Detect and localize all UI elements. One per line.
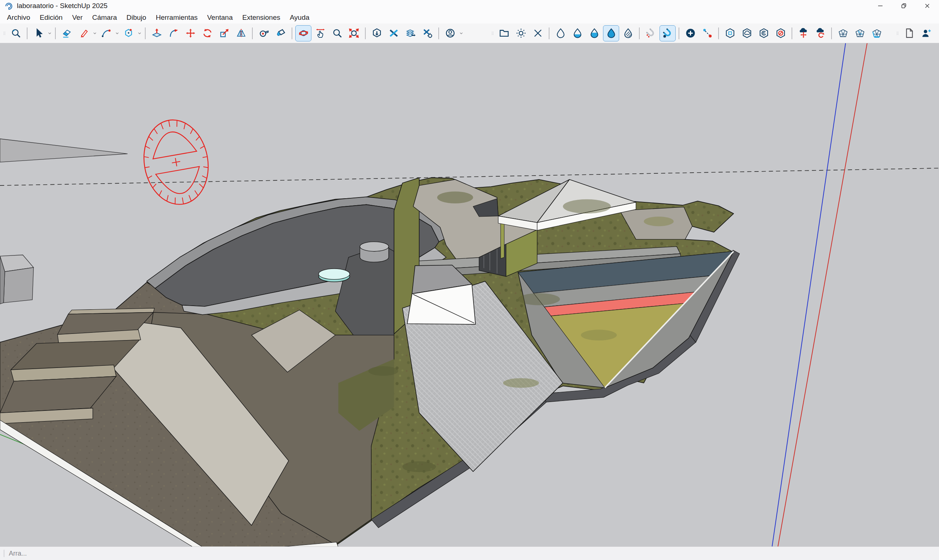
- menu-ayuda[interactable]: Ayuda: [285, 12, 315, 23]
- toolbar-button-search[interactable]: [8, 25, 24, 42]
- menu-archivo[interactable]: Archivo: [2, 12, 35, 23]
- toolbar-button-drop-full[interactable]: [603, 25, 619, 42]
- toolbar-button-component-cloud[interactable]: [739, 25, 755, 42]
- toolbar-button-zoom-extents[interactable]: [346, 25, 362, 42]
- new-document-icon: [904, 28, 915, 39]
- chevron-down-icon: [137, 31, 142, 35]
- toolbar-button-settings[interactable]: [513, 25, 529, 42]
- magnet-icon: [662, 28, 674, 39]
- toolbar-button-edge-points[interactable]: [699, 25, 715, 42]
- toolbar-button-eraser[interactable]: [59, 25, 75, 42]
- push-pull-icon: [151, 28, 162, 39]
- toolbar-dropdown-arc[interactable]: [114, 25, 120, 42]
- toolbar-button-pan[interactable]: [312, 25, 328, 42]
- toolbar-button-drop-empty[interactable]: [552, 25, 569, 42]
- toolbar-button-shapes[interactable]: [120, 25, 136, 42]
- toolbar-button-extension-warehouse[interactable]: [385, 25, 402, 42]
- window-title: laboraatorio - SketchUp 2025: [17, 2, 108, 10]
- flip-icon: [236, 28, 247, 39]
- menu-dibujo[interactable]: Dibujo: [122, 12, 151, 23]
- toolbar-button-line[interactable]: [76, 25, 92, 42]
- toolbar-button-close-tool[interactable]: [530, 25, 546, 42]
- toolbar-button-orbit[interactable]: [295, 25, 311, 42]
- toolbar-button-push-pull[interactable]: [148, 25, 165, 42]
- toolbar-button-select[interactable]: [31, 25, 46, 42]
- toolbar-button-magnet-disabled[interactable]: [643, 25, 659, 42]
- toolbar-button-paint-bucket[interactable]: [273, 25, 289, 42]
- toolbar-button-follow-me[interactable]: [165, 25, 182, 42]
- toolbar-button-new-document[interactable]: [901, 25, 917, 42]
- toolbar-button-add[interactable]: [682, 25, 698, 42]
- toolbar-button-add-person[interactable]: [918, 25, 934, 42]
- shapes-icon: [123, 28, 134, 39]
- chevron-down-icon: [47, 31, 52, 35]
- toolbar-button-zoom[interactable]: [329, 25, 345, 42]
- toolbar-button-cloud-rotate[interactable]: [812, 25, 828, 42]
- toolbar-button-magnet[interactable]: [660, 25, 675, 42]
- tape-measure-icon: [258, 28, 270, 39]
- toolbar: [0, 23, 939, 43]
- toolbar-button-open-folder[interactable]: [496, 25, 512, 42]
- open-folder-icon: [498, 28, 510, 39]
- sketchup-logo-icon: [5, 2, 13, 10]
- drop-hatched-icon: [623, 28, 634, 39]
- toolbar-separator: [549, 28, 549, 39]
- toolbar-button-terrain-detail[interactable]: [852, 25, 868, 42]
- status-divider: [4, 550, 5, 557]
- toolbar-drag-handle[interactable]: [894, 25, 900, 42]
- close-button[interactable]: [916, 0, 939, 12]
- viewport-3d[interactable]: [0, 43, 939, 547]
- toolbar-separator: [252, 28, 253, 39]
- toolbar-dropdown-line[interactable]: [92, 25, 97, 42]
- drop-full-icon: [606, 28, 617, 39]
- toolbar-button-tape-measure[interactable]: [256, 25, 272, 42]
- magnet-disabled-icon: [645, 28, 657, 39]
- toolbar-button-component-box[interactable]: [722, 25, 738, 42]
- toolbar-dropdown-account[interactable]: [458, 25, 464, 42]
- toolbar-button-component-sketchup[interactable]: [756, 25, 772, 42]
- toolbar-button-flip[interactable]: [233, 25, 249, 42]
- toolbar-button-account[interactable]: [442, 25, 458, 42]
- rotate-icon: [202, 28, 213, 39]
- menu-camara[interactable]: Cámara: [87, 12, 122, 23]
- arc-icon: [100, 28, 112, 39]
- window-controls: [868, 0, 939, 12]
- toolbar-button-send-to-layout[interactable]: [402, 25, 418, 42]
- toolbar-button-terrain-mesh[interactable]: [835, 25, 851, 42]
- menu-ventana[interactable]: Ventana: [202, 12, 238, 23]
- maximize-button[interactable]: [892, 0, 916, 12]
- component-cloud-icon: [741, 28, 752, 39]
- toolbar-button-3d-warehouse[interactable]: [369, 25, 385, 42]
- menu-edicion[interactable]: Edición: [35, 12, 67, 23]
- toolbar-button-cloud-move[interactable]: [795, 25, 811, 42]
- toolbar-button-move[interactable]: [182, 25, 199, 42]
- toolbar-separator: [718, 28, 719, 39]
- toolbar-separator: [365, 28, 366, 39]
- toolbar-dropdown-shapes[interactable]: [137, 25, 142, 42]
- toolbar-button-arc[interactable]: [98, 25, 114, 42]
- terrain-mesh-icon: [837, 28, 849, 39]
- close-tool-icon: [532, 28, 544, 39]
- zoom-extents-icon: [348, 28, 360, 39]
- toolbar-dropdown-select[interactable]: [47, 25, 52, 42]
- toolbar-button-drop-hatched[interactable]: [620, 25, 636, 42]
- toolbar-button-drop-low[interactable]: [569, 25, 585, 42]
- toolbar-button-component-disabled[interactable]: [772, 25, 789, 42]
- toolbar-button-drop-high[interactable]: [586, 25, 602, 42]
- menu-bar: ArchivoEdiciónVerCámaraDibujoHerramienta…: [0, 12, 939, 23]
- account-icon: [444, 28, 456, 39]
- toolbar-drag-handle[interactable]: [490, 25, 495, 42]
- toolbar-button-scale[interactable]: [216, 25, 232, 42]
- menu-ver[interactable]: Ver: [68, 12, 88, 23]
- toolbar-button-extension-manager[interactable]: [419, 25, 435, 42]
- menu-herramientas[interactable]: Herramientas: [151, 12, 202, 23]
- chevron-down-icon: [93, 31, 97, 35]
- toolbar-button-terrain-solid[interactable]: [868, 25, 885, 42]
- minimize-button[interactable]: [868, 0, 892, 12]
- viewport-3d-scene: [0, 43, 939, 547]
- toolbar-drag-handle[interactable]: [2, 25, 7, 42]
- menu-extensiones[interactable]: Extensiones: [237, 12, 285, 23]
- settings-icon: [515, 28, 527, 39]
- toolbar-button-rotate[interactable]: [199, 25, 215, 42]
- edge-points-icon: [702, 28, 713, 39]
